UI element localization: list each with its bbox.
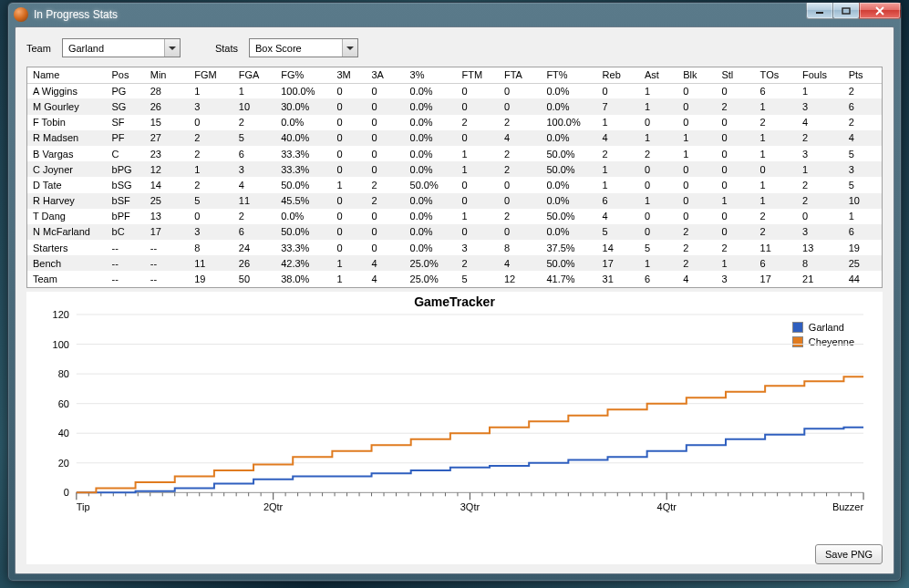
table-cell: 4 — [843, 130, 882, 146]
table-cell: 6 — [843, 224, 882, 240]
table-cell: 25 — [145, 193, 190, 209]
table-cell: 0 — [366, 209, 404, 224]
table-cell: PF — [107, 130, 145, 146]
column-header[interactable]: Stl — [716, 67, 754, 83]
table-cell: 0 — [331, 240, 366, 255]
table-cell: 0 — [331, 146, 366, 161]
table-row[interactable]: D TatebSG142450.0%1250.0%000.0%1000125 — [27, 177, 882, 192]
table-cell: 3 — [797, 98, 843, 114]
table-cell: B Vargas — [27, 146, 107, 161]
minimize-icon — [815, 7, 824, 15]
column-header[interactable]: Ast — [639, 67, 677, 83]
table-cell: 50 — [233, 271, 275, 286]
table-cell: 1 — [755, 98, 797, 114]
column-header[interactable]: FGA — [233, 67, 275, 83]
column-header[interactable]: Pts — [843, 67, 882, 83]
table-row[interactable]: Bench----112642.3%1425.0%2450.0%17121682… — [27, 255, 882, 271]
table-cell: 3 — [843, 161, 882, 177]
table-cell: 8 — [797, 255, 843, 271]
save-png-button[interactable]: Save PNG — [815, 544, 883, 564]
table-row[interactable]: Starters----82433.3%000.0%3837.5%1452211… — [27, 240, 882, 255]
column-header[interactable]: FTA — [499, 67, 541, 83]
minimize-button[interactable] — [806, 3, 833, 19]
stats-dropdown[interactable]: Box Score — [249, 38, 358, 57]
table-cell: 0 — [366, 130, 404, 146]
window-frame: In Progress Stats Team Garland Stats Box… — [7, 2, 902, 582]
table-cell: 5 — [843, 177, 882, 192]
table-cell: 28 — [145, 83, 190, 98]
table-cell: 50.0% — [541, 146, 596, 161]
table-row[interactable]: R MadsenPF272540.0%000.0%040.0%4110124 — [27, 130, 882, 146]
table-cell: 0.0% — [405, 240, 457, 255]
table-cell: 0 — [366, 240, 404, 255]
table-cell: 2 — [366, 193, 404, 209]
column-header[interactable]: 3M — [331, 67, 366, 83]
table-cell: 0.0% — [405, 209, 457, 224]
column-header[interactable]: Reb — [597, 67, 639, 83]
column-header[interactable]: Fouls — [797, 67, 843, 83]
column-header[interactable]: Pos — [107, 67, 145, 83]
titlebar[interactable]: In Progress Stats — [8, 3, 901, 26]
table-row[interactable]: C JoynerbPG121333.3%000.0%1250.0%1000013 — [27, 161, 882, 177]
table-cell: 1 — [639, 98, 677, 114]
table-cell: 50.0% — [405, 177, 457, 192]
table-row[interactable]: B VargasC232633.3%000.0%1250.0%2210135 — [27, 146, 882, 161]
table-cell: 1 — [677, 146, 716, 161]
svg-text:4Qtr: 4Qtr — [657, 501, 677, 512]
table-cell: 0 — [499, 98, 541, 114]
table-cell: 11 — [189, 255, 233, 271]
table-cell: 1 — [755, 177, 797, 192]
table-cell: 17 — [145, 224, 190, 240]
table-cell: 12 — [145, 161, 190, 177]
table-cell: 50.0% — [275, 224, 331, 240]
stats-grid[interactable]: NamePosMinFGMFGAFG%3M3A3%FTMFTAFT%RebAst… — [26, 67, 883, 288]
column-header[interactable]: FT% — [541, 67, 596, 83]
table-row[interactable]: T DangbPF13020.0%000.0%1250.0%4000201 — [27, 209, 882, 224]
table-cell: 0 — [366, 83, 404, 98]
column-header[interactable]: FGM — [189, 67, 233, 83]
svg-text:60: 60 — [58, 397, 69, 408]
table-cell: 1 — [639, 193, 677, 209]
chevron-down-icon — [342, 39, 357, 57]
table-cell: 0 — [677, 193, 716, 209]
table-cell: C Joyner — [27, 161, 107, 177]
column-header[interactable]: TOs — [755, 67, 797, 83]
table-cell: 0 — [366, 224, 404, 240]
table-row[interactable]: M GourleySG2631030.0%000.0%000.0%7102136 — [27, 98, 882, 114]
table-cell: 50.0% — [275, 177, 331, 192]
table-cell: 2 — [499, 115, 541, 130]
table-cell: 24 — [233, 240, 275, 255]
column-header[interactable]: FG% — [275, 67, 331, 83]
table-cell: 4 — [597, 130, 639, 146]
table-cell: 6 — [755, 255, 797, 271]
table-header-row[interactable]: NamePosMinFGMFGAFG%3M3A3%FTMFTAFT%RebAst… — [27, 67, 882, 83]
column-header[interactable]: 3A — [366, 67, 404, 83]
table-cell: 2 — [716, 240, 754, 255]
column-header[interactable]: Min — [145, 67, 190, 83]
column-header[interactable]: Blk — [677, 67, 716, 83]
table-row[interactable]: R HarveybSF2551145.5%020.0%000.0%6101121… — [27, 193, 882, 209]
table-cell: 0 — [457, 98, 499, 114]
table-cell: 2 — [457, 255, 499, 271]
table-cell: 0 — [366, 115, 404, 130]
table-row[interactable]: Team----195038.0%1425.0%51241.7%31643172… — [27, 271, 882, 286]
table-cell: 15 — [145, 115, 190, 130]
table-cell: 5 — [457, 271, 499, 286]
table-cell: Bench — [27, 255, 107, 271]
table-cell: F Tobin — [27, 115, 107, 130]
table-row[interactable]: F TobinSF15020.0%000.0%22100.0%1000242 — [27, 115, 882, 130]
column-header[interactable]: FTM — [457, 67, 499, 83]
table-cell: 0 — [639, 115, 677, 130]
close-button[interactable] — [859, 3, 901, 19]
column-header[interactable]: 3% — [405, 67, 457, 83]
team-dropdown[interactable]: Garland — [62, 38, 181, 57]
table-cell: N McFarland — [27, 224, 107, 240]
table-cell: 0 — [716, 161, 754, 177]
column-header[interactable]: Name — [27, 67, 107, 83]
table-cell: 17 — [755, 271, 797, 286]
table-row[interactable]: A WigginsPG2811100.0%000.0%000.0%0100612 — [27, 83, 882, 98]
maximize-icon — [842, 7, 851, 15]
table-row[interactable]: N McFarlandbC173650.0%000.0%000.0%502023… — [27, 224, 882, 240]
chart-area: GameTracker GarlandCheyenne 020406080100… — [26, 292, 883, 564]
maximize-button[interactable] — [832, 3, 860, 19]
